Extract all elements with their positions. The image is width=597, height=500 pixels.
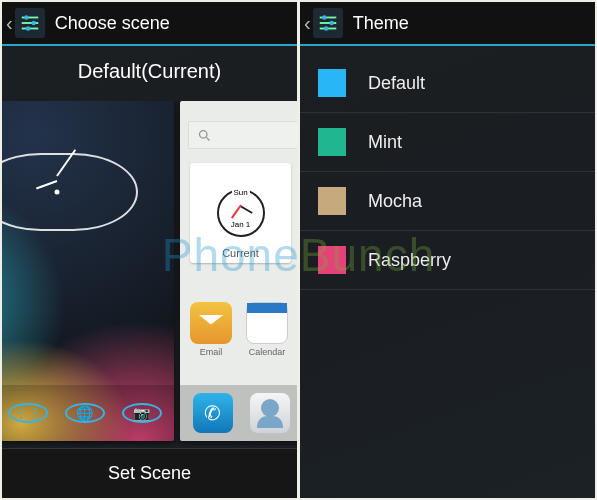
scene-carousel[interactable]: 2:44 ⋮⋮ 🌐 📷 Sun bbox=[2, 101, 297, 448]
settings-icon[interactable] bbox=[313, 8, 343, 38]
theme-screen: ‹ Theme DefaultMintMochaRaspberry bbox=[300, 2, 595, 498]
theme-item-raspberry[interactable]: Raspberry bbox=[300, 231, 595, 290]
set-scene-button[interactable]: Set Scene bbox=[2, 448, 297, 498]
theme-label: Mocha bbox=[368, 191, 422, 212]
theme-label: Mint bbox=[368, 132, 402, 153]
theme-swatch bbox=[318, 246, 346, 274]
back-button[interactable]: ‹ bbox=[304, 12, 313, 35]
settings-icon[interactable] bbox=[15, 8, 45, 38]
svg-point-5 bbox=[26, 26, 30, 30]
clock-icon: Sun Jan 1 bbox=[217, 189, 265, 237]
svg-point-13 bbox=[324, 26, 328, 30]
browser-icon[interactable]: 🌐 bbox=[65, 403, 105, 423]
theme-item-mint[interactable]: Mint bbox=[300, 113, 595, 172]
theme-list: DefaultMintMochaRaspberry bbox=[300, 46, 595, 298]
back-button[interactable]: ‹ bbox=[6, 12, 15, 35]
action-bar: ‹ Theme bbox=[300, 2, 595, 46]
svg-point-3 bbox=[31, 21, 35, 25]
scene-preview-next[interactable]: Sun Jan 1 Current ＋ Add Email bbox=[180, 101, 297, 441]
camera-icon[interactable]: 📷 bbox=[122, 403, 162, 423]
theme-swatch bbox=[318, 128, 346, 156]
scene-name: Default(Current) bbox=[2, 46, 297, 101]
dock: ⋮⋮ 🌐 📷 bbox=[2, 385, 174, 441]
theme-label: Default bbox=[368, 73, 425, 94]
theme-label: Raspberry bbox=[368, 250, 451, 271]
phone-icon[interactable]: ✆ bbox=[193, 393, 233, 433]
svg-point-9 bbox=[322, 15, 326, 19]
action-bar: ‹ Choose scene bbox=[2, 2, 297, 46]
choose-scene-screen: ‹ Choose scene Default(Current) 2:44 ⋮⋮ … bbox=[2, 2, 297, 498]
theme-item-default[interactable]: Default bbox=[300, 54, 595, 113]
svg-point-1 bbox=[24, 15, 28, 19]
dock: ✆ ⋮⋮ ✉ bbox=[180, 385, 297, 441]
page-title: Choose scene bbox=[55, 13, 170, 34]
contacts-icon[interactable] bbox=[250, 393, 290, 433]
theme-item-mocha[interactable]: Mocha bbox=[300, 172, 595, 231]
svg-point-6 bbox=[200, 130, 208, 138]
svg-point-11 bbox=[329, 21, 333, 25]
calendar-app-icon[interactable]: Calendar bbox=[246, 302, 288, 357]
reflection bbox=[2, 443, 174, 448]
search-bar[interactable] bbox=[188, 121, 297, 149]
email-app-icon[interactable]: Email bbox=[190, 302, 232, 357]
app-drawer-icon[interactable]: ⋮⋮ bbox=[8, 403, 48, 423]
clock-widget-card[interactable]: Sun Jan 1 Current bbox=[190, 163, 291, 263]
theme-swatch bbox=[318, 69, 346, 97]
svg-line-7 bbox=[206, 137, 209, 140]
theme-swatch bbox=[318, 187, 346, 215]
scene-preview-current[interactable]: 2:44 ⋮⋮ 🌐 📷 bbox=[2, 101, 174, 441]
analog-clock-widget bbox=[2, 153, 138, 231]
reflection bbox=[180, 443, 297, 448]
page-title: Theme bbox=[353, 13, 409, 34]
